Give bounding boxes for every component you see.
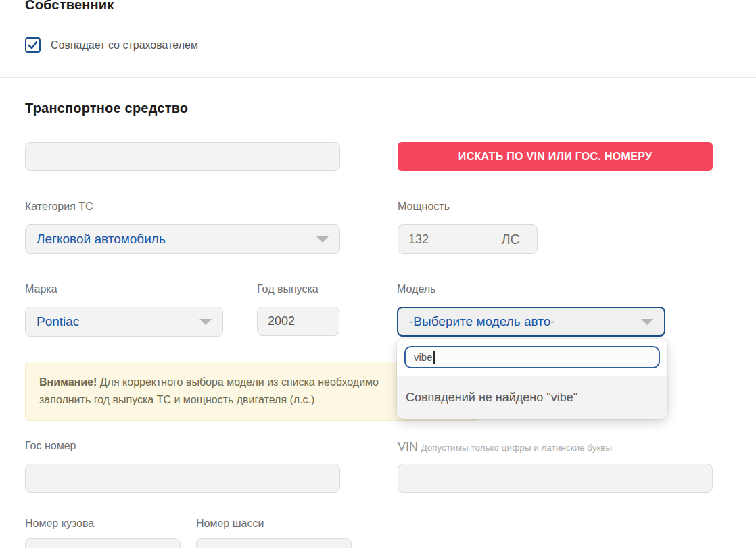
text-cursor	[433, 351, 435, 364]
category-selected-value: Легковой автомобиль	[37, 232, 166, 247]
year-group: Год выпуска	[257, 283, 339, 337]
vin-group: VIN Допустимы только цифры и латинские б…	[398, 440, 713, 493]
brand-label: Марка	[25, 283, 223, 295]
model-selected-value: -Выберите модель авто-	[409, 314, 555, 329]
vin-input[interactable]	[398, 464, 713, 493]
checkmark-icon	[28, 40, 38, 50]
search-by-vin-button[interactable]: ИСКАТЬ ПО VIN ИЛИ ГОС. НОМЕРУ	[398, 142, 713, 171]
chevron-down-icon	[199, 319, 212, 325]
model-search-value: vibe	[414, 351, 433, 363]
vin-hint: Допустимы только цифры и латинские буквы	[421, 443, 612, 453]
brand-year-pair: Марка Pontiac Год выпуска	[25, 283, 339, 337]
brand-select[interactable]: Pontiac	[25, 307, 223, 337]
search-row: ИСКАТЬ ПО VIN ИЛИ ГОС. НОМЕРУ	[25, 142, 756, 171]
model-no-results-item: Совпадений не найдено "vibe"	[397, 376, 667, 419]
vin-label-text: VIN	[398, 440, 418, 453]
chassis-number-group: Номер шасси	[196, 518, 352, 548]
warning-title: Внимание!	[39, 376, 97, 388]
year-label: Год выпуска	[257, 283, 339, 295]
owner-section-title: Собственник	[25, 0, 756, 13]
year-input[interactable]	[257, 307, 339, 336]
vin-or-plate-search-input[interactable]	[25, 142, 340, 171]
plate-label: Гос номер	[25, 440, 340, 452]
brand-year-model-row: Марка Pontiac Год выпуска Модель -Выбери…	[25, 283, 756, 337]
section-divider	[0, 77, 756, 78]
brand-selected-value: Pontiac	[37, 314, 79, 329]
plate-vin-row: Гос номер VIN Допустимы только цифры и л…	[25, 440, 756, 493]
chassis-number-label: Номер шасси	[196, 518, 352, 530]
body-number-input[interactable]	[25, 538, 181, 548]
power-unit-label: ЛС	[501, 232, 520, 247]
brand-group: Марка Pontiac	[25, 283, 223, 337]
body-number-group: Номер кузова	[25, 518, 181, 548]
category-select[interactable]: Легковой автомобиль	[25, 224, 340, 254]
warning-text-line2: заполнить год выпуска ТС и мощность двиг…	[39, 394, 314, 405]
power-value: 132	[408, 232, 429, 247]
same-as-insurer-row: Совпадает со страхователем	[25, 37, 756, 53]
body-number-label: Номер кузова	[25, 518, 181, 530]
chevron-down-icon	[641, 319, 653, 325]
plate-input[interactable]	[25, 464, 340, 493]
same-as-insurer-checkbox[interactable]	[25, 37, 41, 53]
power-label: Мощность	[398, 201, 538, 213]
model-label: Модель	[397, 283, 665, 295]
vin-label: VIN Допустимы только цифры и латинские б…	[398, 440, 713, 452]
plate-group: Гос номер	[25, 440, 340, 493]
body-chassis-row: Номер кузова Номер шасси	[25, 518, 756, 548]
chassis-number-input[interactable]	[196, 538, 352, 548]
model-search-input[interactable]: vibe	[404, 346, 660, 368]
model-dropdown-panel: vibe Совпадений не найдено "vibe"	[397, 339, 667, 419]
power-group: Мощность 132 ЛС	[398, 201, 538, 254]
category-label: Категория ТС	[25, 201, 340, 213]
category-power-row: Категория ТС Легковой автомобиль Мощност…	[25, 201, 756, 254]
chevron-down-icon	[316, 236, 329, 243]
vehicle-section-title: Транспортное средство	[25, 101, 756, 116]
model-select[interactable]: -Выберите модель авто-	[397, 307, 665, 337]
category-group: Категория ТС Легковой автомобиль	[25, 201, 340, 254]
power-input[interactable]: 132 ЛС	[398, 224, 538, 254]
insurance-form-page: Собственник Совпадает со страхователем Т…	[0, 0, 756, 548]
model-search-wrap: vibe	[397, 339, 667, 376]
model-group: Модель -Выберите модель авто- vibe Совпа…	[397, 283, 665, 337]
warning-text-line1: Для корректного выбора модели из списка …	[100, 376, 379, 388]
same-as-insurer-label: Совпадает со страхователем	[51, 39, 198, 51]
